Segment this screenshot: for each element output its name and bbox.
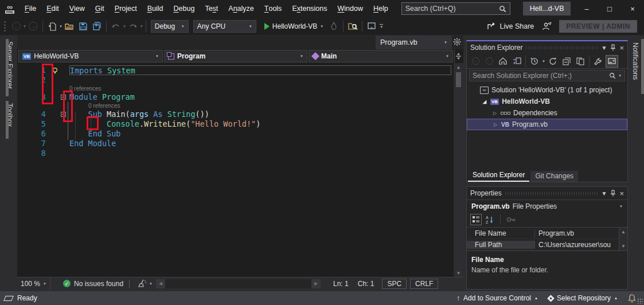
pin-icon[interactable] <box>610 190 616 197</box>
collapsed-arrow-icon[interactable]: ▷ <box>492 111 498 116</box>
column-indicator[interactable]: Ch: 1 <box>353 279 379 288</box>
add-to-source-control-button[interactable]: ↑ Add to Source Control ▲ <box>456 294 538 302</box>
menu-build[interactable]: Build <box>142 0 169 17</box>
solution-platform-dropdown[interactable]: Any CPU ▼ <box>193 20 256 33</box>
window-position-caret-icon[interactable]: ▼ <box>602 45 607 51</box>
close-panel-icon[interactable]: × <box>619 189 624 198</box>
code-line-7[interactable]: 7End Module <box>17 139 454 148</box>
notifications-bell-icon[interactable] <box>628 294 636 303</box>
zoom-dropdown[interactable]: 100 % ▼ <box>17 277 50 290</box>
property-row-file-name[interactable]: File NameProgram.vb <box>467 228 627 239</box>
panel-tab-solution-explorer[interactable]: Solution Explorer <box>468 170 529 182</box>
toolbox-tab[interactable]: Toolbox <box>0 101 17 139</box>
code-editor[interactable]: 1Imports System20 references3–Module Pro… <box>17 63 454 277</box>
refresh-button[interactable] <box>547 55 559 68</box>
collapse-all-button[interactable] <box>560 55 573 68</box>
filter-caret-icon[interactable]: ▼ <box>542 60 545 63</box>
live-share-button[interactable]: Live Share <box>487 22 534 30</box>
member-dropdown[interactable]: Main ▼ <box>309 50 453 62</box>
scroll-up-icon[interactable]: ▲ <box>456 63 461 71</box>
pending-changes-filter-button[interactable] <box>528 55 541 68</box>
window-position-caret-icon[interactable]: ▼ <box>602 190 607 197</box>
select-repository-button[interactable]: Select Repository ▲ <box>548 294 618 302</box>
menu-file[interactable]: File <box>19 0 41 17</box>
new-file-button[interactable] <box>45 19 59 33</box>
save-all-button[interactable] <box>90 19 104 33</box>
find-in-files-button[interactable] <box>346 19 360 33</box>
codelens-references[interactable]: 0 references <box>69 85 102 92</box>
server-explorer-tab[interactable]: Server Explorer <box>0 39 17 96</box>
categorized-view-button[interactable] <box>470 214 482 225</box>
switch-views-button[interactable] <box>606 55 618 68</box>
type-dropdown[interactable]: Program ▼ <box>164 50 307 62</box>
sync-namespaces-button[interactable] <box>365 19 378 33</box>
expanded-arrow-icon[interactable]: ◢ <box>482 99 487 104</box>
scrollbar-track[interactable] <box>165 279 311 288</box>
code-line-6[interactable]: 6 End Sub <box>17 129 454 139</box>
properties-title-bar[interactable]: Properties ▼ × <box>467 187 627 200</box>
menu-project[interactable]: Project <box>110 0 142 17</box>
se-home-button[interactable] <box>497 55 509 68</box>
solution-explorer-title-bar[interactable]: Solution Explorer ▼ × <box>467 41 627 54</box>
background-tasks-icon[interactable] <box>3 296 14 301</box>
tree-item-helloworld-vb[interactable]: ◢VBHelloWorld-VB <box>467 96 627 107</box>
menu-view[interactable]: View <box>64 0 90 17</box>
navigate-back-button[interactable]: ← <box>9 19 23 33</box>
visual-studio-logo[interactable]: ∞ PRE <box>0 4 19 14</box>
menu-edit[interactable]: Edit <box>41 0 64 17</box>
properties-button[interactable] <box>592 55 604 68</box>
code-line-5[interactable]: 5 Console.WriteLine("Hello World!") <box>17 119 454 129</box>
toolbar-options-caret-icon[interactable]: ▼ <box>380 24 383 29</box>
redo-caret-icon[interactable]: ▼ <box>140 25 143 28</box>
resize-grip[interactable] <box>637 298 643 304</box>
solution-explorer-search-box[interactable]: ▼ <box>469 70 625 81</box>
property-value[interactable]: C:\Users\azureuser\sou <box>534 241 627 249</box>
codelens-row[interactable]: 0 references <box>17 102 454 110</box>
alphabetical-sort-button[interactable]: AZ <box>484 214 495 225</box>
save-button[interactable] <box>76 19 90 33</box>
se-forward-button[interactable]: → <box>483 55 495 68</box>
hot-reload-button[interactable] <box>327 19 341 33</box>
close-panel-icon[interactable]: × <box>619 44 624 52</box>
code-line-8[interactable]: 8 <box>17 148 454 158</box>
preview-selected-items-button[interactable] <box>574 55 587 68</box>
codelens-row[interactable]: 0 references <box>17 85 454 92</box>
maximize-button[interactable]: □ <box>598 0 621 17</box>
scroll-down-icon[interactable]: ▼ <box>621 244 626 249</box>
menu-debug[interactable]: Debug <box>169 0 200 17</box>
start-debugging-button[interactable]: HelloWorld-VB ▼ <box>261 19 327 33</box>
pin-icon[interactable] <box>610 44 616 51</box>
project-dropdown[interactable]: VB HelloWorld-VB ▼ <box>18 50 163 62</box>
spaces-toggle[interactable]: SPC <box>382 279 407 289</box>
search-input[interactable] <box>405 5 499 13</box>
se-search-input[interactable] <box>473 72 609 80</box>
panel-tab-git-changes[interactable]: Git Changes <box>530 171 578 182</box>
quick-search-box[interactable] <box>401 2 510 15</box>
code-line-3[interactable]: 3–Module Program <box>17 92 454 102</box>
menu-help[interactable]: Help <box>368 0 393 17</box>
menu-tools[interactable]: Tools <box>259 0 287 17</box>
undo-button[interactable] <box>109 19 123 33</box>
editor-options-button[interactable] <box>453 38 461 46</box>
scroll-down-icon[interactable]: ▼ <box>456 269 461 277</box>
line-ending-toggle[interactable]: CRLF <box>410 279 438 289</box>
editor-vertical-scrollbar[interactable]: ▲ ▼ <box>454 63 463 277</box>
collapsed-arrow-icon[interactable]: ▷ <box>493 122 498 127</box>
code-cleanup-button[interactable] <box>135 277 149 291</box>
tree-item-solution-helloworld-vb-1-of-1-project[interactable]: ∞Solution 'HelloWorld-VB' (1 of 1 projec… <box>467 84 627 96</box>
redo-button[interactable] <box>126 19 140 33</box>
document-tab-program-vb[interactable]: Program.vb ▼ <box>376 36 452 49</box>
search-options-caret-icon[interactable]: ▼ <box>618 74 622 77</box>
property-pages-button[interactable] <box>505 214 517 225</box>
tree-item-dependencies[interactable]: ▷Dependencies <box>467 107 627 119</box>
se-back-button[interactable]: ← <box>469 55 482 68</box>
property-grid-scrollbar[interactable]: ▲ ▼ <box>619 228 627 251</box>
solution-configuration-dropdown[interactable]: Debug ▼ <box>151 20 189 33</box>
sync-with-active-document-button[interactable] <box>510 55 523 68</box>
scrollbar-thumb[interactable] <box>456 72 461 87</box>
tab-list-caret-icon[interactable]: ▼ <box>444 41 447 44</box>
minimize-button[interactable]: – <box>575 0 598 17</box>
code-line-4[interactable]: 4– Sub Main(args As String()) <box>17 110 454 119</box>
health-indicator[interactable]: ✓ No issues found <box>63 280 123 288</box>
toolbar-grip[interactable] <box>1 21 8 32</box>
